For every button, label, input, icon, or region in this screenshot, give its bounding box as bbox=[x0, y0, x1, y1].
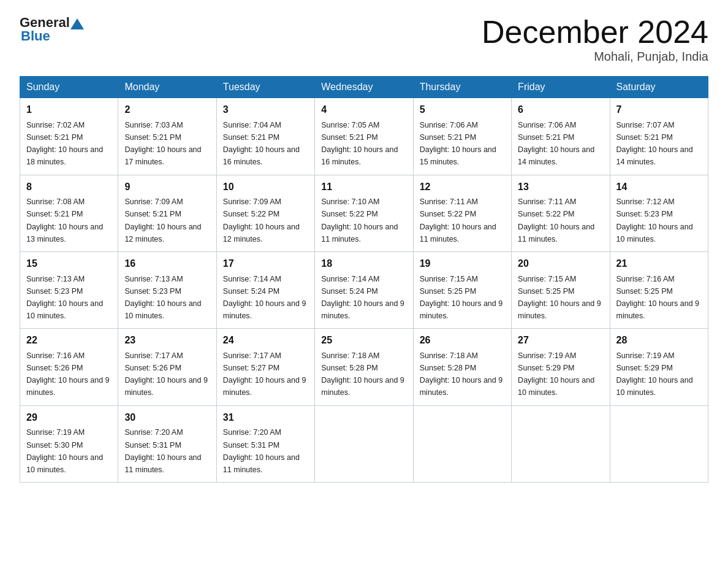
day-number: 20 bbox=[518, 256, 603, 272]
calendar-cell: 10 Sunrise: 7:09 AMSunset: 5:22 PMDaylig… bbox=[216, 175, 314, 251]
calendar-cell: 31 Sunrise: 7:20 AMSunset: 5:31 PMDaylig… bbox=[216, 405, 314, 482]
day-info: Sunrise: 7:20 AMSunset: 5:31 PMDaylight:… bbox=[124, 428, 201, 473]
day-number: 9 bbox=[124, 180, 210, 195]
calendar-week-5: 29 Sunrise: 7:19 AMSunset: 5:30 PMDaylig… bbox=[20, 405, 708, 482]
logo-triangle-icon bbox=[70, 17, 84, 31]
calendar-cell: 18 Sunrise: 7:14 AMSunset: 5:24 PMDaylig… bbox=[315, 251, 413, 328]
day-info: Sunrise: 7:11 AMSunset: 5:22 PMDaylight:… bbox=[420, 197, 496, 243]
day-info: Sunrise: 7:14 AMSunset: 5:24 PMDaylight:… bbox=[321, 275, 404, 320]
calendar-cell: 5 Sunrise: 7:06 AMSunset: 5:21 PMDayligh… bbox=[413, 98, 511, 175]
day-info: Sunrise: 7:19 AMSunset: 5:30 PMDaylight:… bbox=[26, 428, 103, 473]
day-number: 17 bbox=[223, 256, 308, 272]
svg-marker-0 bbox=[70, 18, 84, 29]
day-info: Sunrise: 7:11 AMSunset: 5:22 PMDaylight:… bbox=[518, 197, 594, 243]
col-saturday: Saturday bbox=[610, 77, 708, 98]
day-number: 26 bbox=[420, 333, 505, 348]
day-info: Sunrise: 7:12 AMSunset: 5:23 PMDaylight:… bbox=[616, 197, 693, 243]
calendar-cell: 14 Sunrise: 7:12 AMSunset: 5:23 PMDaylig… bbox=[610, 175, 708, 251]
day-info: Sunrise: 7:04 AMSunset: 5:21 PMDaylight:… bbox=[223, 121, 300, 166]
calendar-cell: 6 Sunrise: 7:06 AMSunset: 5:21 PMDayligh… bbox=[512, 98, 610, 175]
day-number: 6 bbox=[518, 102, 603, 118]
day-number: 27 bbox=[518, 333, 603, 348]
calendar-cell: 26 Sunrise: 7:18 AMSunset: 5:28 PMDaylig… bbox=[413, 329, 511, 405]
day-info: Sunrise: 7:06 AMSunset: 5:21 PMDaylight:… bbox=[420, 121, 496, 166]
day-info: Sunrise: 7:18 AMSunset: 5:28 PMDaylight:… bbox=[420, 351, 503, 397]
month-title: December 2024 bbox=[482, 15, 708, 50]
day-info: Sunrise: 7:06 AMSunset: 5:21 PMDaylight:… bbox=[518, 121, 594, 166]
day-number: 21 bbox=[616, 256, 702, 272]
calendar-week-2: 8 Sunrise: 7:08 AMSunset: 5:21 PMDayligh… bbox=[20, 175, 708, 251]
day-info: Sunrise: 7:10 AMSunset: 5:22 PMDaylight:… bbox=[321, 197, 398, 243]
calendar-cell: 1 Sunrise: 7:02 AMSunset: 5:21 PMDayligh… bbox=[20, 98, 118, 175]
day-info: Sunrise: 7:05 AMSunset: 5:21 PMDaylight:… bbox=[321, 121, 398, 166]
day-number: 5 bbox=[420, 102, 505, 118]
calendar-cell: 21 Sunrise: 7:16 AMSunset: 5:25 PMDaylig… bbox=[610, 251, 708, 328]
calendar-cell: 15 Sunrise: 7:13 AMSunset: 5:23 PMDaylig… bbox=[20, 251, 118, 328]
col-thursday: Thursday bbox=[413, 77, 511, 98]
day-info: Sunrise: 7:16 AMSunset: 5:25 PMDaylight:… bbox=[616, 275, 700, 320]
calendar-cell: 2 Sunrise: 7:03 AMSunset: 5:21 PMDayligh… bbox=[118, 98, 216, 175]
calendar-cell: 4 Sunrise: 7:05 AMSunset: 5:21 PMDayligh… bbox=[315, 98, 413, 175]
calendar-cell: 25 Sunrise: 7:18 AMSunset: 5:28 PMDaylig… bbox=[315, 329, 413, 405]
logo: General Blue bbox=[20, 15, 85, 44]
page-header: General Blue December 2024 Mohali, Punja… bbox=[20, 15, 708, 64]
day-number: 4 bbox=[321, 102, 406, 118]
day-number: 23 bbox=[124, 333, 210, 348]
day-info: Sunrise: 7:18 AMSunset: 5:28 PMDaylight:… bbox=[321, 351, 404, 397]
calendar-week-4: 22 Sunrise: 7:16 AMSunset: 5:26 PMDaylig… bbox=[20, 329, 708, 405]
calendar-cell: 16 Sunrise: 7:13 AMSunset: 5:23 PMDaylig… bbox=[118, 251, 216, 328]
calendar-cell: 17 Sunrise: 7:14 AMSunset: 5:24 PMDaylig… bbox=[216, 251, 314, 328]
calendar-cell: 28 Sunrise: 7:19 AMSunset: 5:29 PMDaylig… bbox=[610, 329, 708, 405]
calendar-cell: 20 Sunrise: 7:15 AMSunset: 5:25 PMDaylig… bbox=[512, 251, 610, 328]
day-info: Sunrise: 7:16 AMSunset: 5:26 PMDaylight:… bbox=[26, 351, 110, 397]
day-info: Sunrise: 7:19 AMSunset: 5:29 PMDaylight:… bbox=[616, 351, 693, 397]
calendar-cell: 19 Sunrise: 7:15 AMSunset: 5:25 PMDaylig… bbox=[413, 251, 511, 328]
day-number: 8 bbox=[26, 180, 112, 195]
day-number: 18 bbox=[321, 256, 406, 272]
calendar-cell bbox=[610, 405, 708, 482]
day-number: 31 bbox=[223, 410, 308, 426]
calendar-cell: 12 Sunrise: 7:11 AMSunset: 5:22 PMDaylig… bbox=[413, 175, 511, 251]
day-info: Sunrise: 7:09 AMSunset: 5:21 PMDaylight:… bbox=[124, 197, 201, 243]
day-info: Sunrise: 7:17 AMSunset: 5:26 PMDaylight:… bbox=[124, 351, 208, 397]
calendar-cell: 8 Sunrise: 7:08 AMSunset: 5:21 PMDayligh… bbox=[20, 175, 118, 251]
location-text: Mohali, Punjab, India bbox=[482, 50, 708, 64]
day-info: Sunrise: 7:09 AMSunset: 5:22 PMDaylight:… bbox=[223, 197, 300, 243]
day-info: Sunrise: 7:13 AMSunset: 5:23 PMDaylight:… bbox=[124, 275, 201, 320]
day-info: Sunrise: 7:17 AMSunset: 5:27 PMDaylight:… bbox=[223, 351, 306, 397]
day-info: Sunrise: 7:13 AMSunset: 5:23 PMDaylight:… bbox=[26, 275, 103, 320]
day-number: 22 bbox=[26, 333, 112, 348]
day-number: 13 bbox=[518, 180, 603, 195]
day-number: 12 bbox=[420, 180, 505, 195]
calendar-cell bbox=[413, 405, 511, 482]
day-number: 10 bbox=[223, 180, 308, 195]
col-monday: Monday bbox=[118, 77, 216, 98]
day-info: Sunrise: 7:08 AMSunset: 5:21 PMDaylight:… bbox=[26, 197, 103, 243]
day-number: 30 bbox=[124, 410, 210, 426]
header-row: Sunday Monday Tuesday Wednesday Thursday… bbox=[20, 77, 708, 98]
col-sunday: Sunday bbox=[20, 77, 118, 98]
col-wednesday: Wednesday bbox=[315, 77, 413, 98]
col-friday: Friday bbox=[512, 77, 610, 98]
title-block: December 2024 Mohali, Punjab, India bbox=[482, 15, 708, 64]
calendar-week-3: 15 Sunrise: 7:13 AMSunset: 5:23 PMDaylig… bbox=[20, 251, 708, 328]
calendar-cell: 7 Sunrise: 7:07 AMSunset: 5:21 PMDayligh… bbox=[610, 98, 708, 175]
day-number: 29 bbox=[26, 410, 112, 426]
calendar-cell: 13 Sunrise: 7:11 AMSunset: 5:22 PMDaylig… bbox=[512, 175, 610, 251]
calendar-table: Sunday Monday Tuesday Wednesday Thursday… bbox=[20, 76, 708, 483]
day-info: Sunrise: 7:07 AMSunset: 5:21 PMDaylight:… bbox=[616, 121, 693, 166]
day-info: Sunrise: 7:20 AMSunset: 5:31 PMDaylight:… bbox=[223, 428, 300, 473]
calendar-cell: 23 Sunrise: 7:17 AMSunset: 5:26 PMDaylig… bbox=[118, 329, 216, 405]
calendar-cell: 29 Sunrise: 7:19 AMSunset: 5:30 PMDaylig… bbox=[20, 405, 118, 482]
day-number: 3 bbox=[223, 102, 308, 118]
calendar-cell: 11 Sunrise: 7:10 AMSunset: 5:22 PMDaylig… bbox=[315, 175, 413, 251]
day-info: Sunrise: 7:15 AMSunset: 5:25 PMDaylight:… bbox=[518, 275, 601, 320]
col-tuesday: Tuesday bbox=[216, 77, 314, 98]
day-number: 16 bbox=[124, 256, 210, 272]
day-info: Sunrise: 7:19 AMSunset: 5:29 PMDaylight:… bbox=[518, 351, 594, 397]
day-info: Sunrise: 7:14 AMSunset: 5:24 PMDaylight:… bbox=[223, 275, 306, 320]
calendar-cell bbox=[512, 405, 610, 482]
day-number: 7 bbox=[616, 102, 702, 118]
calendar-cell: 9 Sunrise: 7:09 AMSunset: 5:21 PMDayligh… bbox=[118, 175, 216, 251]
day-number: 2 bbox=[124, 102, 210, 118]
